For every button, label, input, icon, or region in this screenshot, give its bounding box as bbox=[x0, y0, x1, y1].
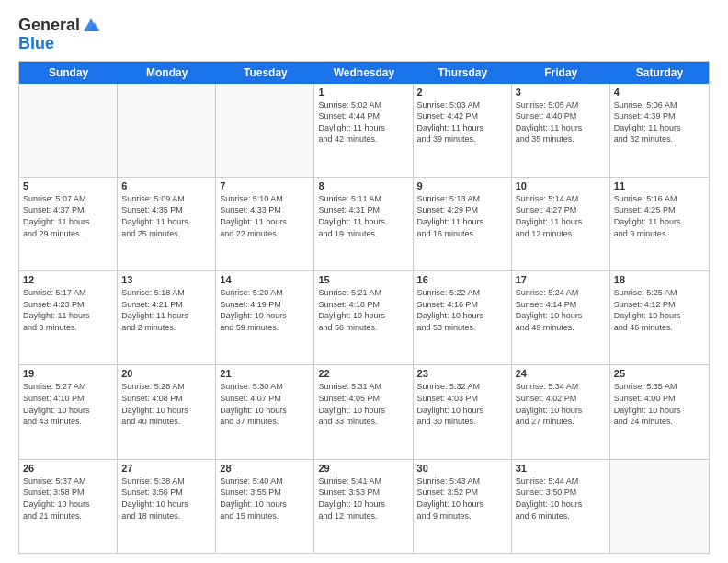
calendar-cell: 30Sunrise: 5:43 AM Sunset: 3:52 PM Dayli… bbox=[414, 460, 512, 553]
calendar-cell bbox=[118, 84, 216, 177]
day-number: 8 bbox=[318, 180, 408, 191]
calendar-row-3: 19Sunrise: 5:27 AM Sunset: 4:10 PM Dayli… bbox=[19, 364, 709, 458]
calendar-cell: 8Sunrise: 5:11 AM Sunset: 4:31 PM Daylig… bbox=[314, 178, 413, 270]
day-number: 10 bbox=[516, 180, 606, 191]
day-info: Sunrise: 5:05 AM Sunset: 4:40 PM Dayligh… bbox=[516, 99, 606, 145]
logo-icon bbox=[82, 17, 100, 33]
day-info: Sunrise: 5:31 AM Sunset: 4:05 PM Dayligh… bbox=[318, 381, 408, 427]
day-info: Sunrise: 5:28 AM Sunset: 4:08 PM Dayligh… bbox=[121, 381, 211, 427]
day-number: 21 bbox=[220, 368, 310, 379]
calendar-cell bbox=[216, 84, 314, 177]
day-info: Sunrise: 5:16 AM Sunset: 4:25 PM Dayligh… bbox=[614, 193, 705, 239]
calendar-cell: 4Sunrise: 5:06 AM Sunset: 4:39 PM Daylig… bbox=[610, 84, 709, 177]
day-number: 7 bbox=[220, 180, 310, 191]
header-day-monday: Monday bbox=[118, 62, 216, 84]
day-info: Sunrise: 5:35 AM Sunset: 4:00 PM Dayligh… bbox=[614, 381, 705, 427]
day-number: 9 bbox=[417, 180, 507, 191]
header-day-wednesday: Wednesday bbox=[314, 62, 413, 84]
day-info: Sunrise: 5:21 AM Sunset: 4:18 PM Dayligh… bbox=[318, 287, 408, 333]
day-info: Sunrise: 5:44 AM Sunset: 3:50 PM Dayligh… bbox=[516, 476, 606, 522]
header: General Blue bbox=[18, 17, 710, 53]
day-info: Sunrise: 5:18 AM Sunset: 4:21 PM Dayligh… bbox=[121, 287, 211, 333]
header-day-sunday: Sunday bbox=[19, 62, 118, 84]
page: General Blue SundayMondayTuesdayWednesda… bbox=[0, 0, 728, 563]
day-info: Sunrise: 5:13 AM Sunset: 4:29 PM Dayligh… bbox=[417, 193, 507, 239]
day-number: 25 bbox=[614, 368, 705, 379]
calendar-cell: 11Sunrise: 5:16 AM Sunset: 4:25 PM Dayli… bbox=[610, 178, 709, 270]
calendar-cell: 17Sunrise: 5:24 AM Sunset: 4:14 PM Dayli… bbox=[512, 271, 610, 364]
calendar-cell: 14Sunrise: 5:20 AM Sunset: 4:19 PM Dayli… bbox=[216, 271, 314, 364]
calendar-cell: 26Sunrise: 5:37 AM Sunset: 3:58 PM Dayli… bbox=[19, 460, 118, 553]
day-number: 27 bbox=[121, 463, 211, 474]
day-number: 15 bbox=[318, 274, 408, 285]
day-number: 6 bbox=[121, 180, 211, 191]
logo-text-general: General bbox=[18, 17, 80, 35]
calendar-cell: 9Sunrise: 5:13 AM Sunset: 4:29 PM Daylig… bbox=[414, 178, 512, 270]
calendar-cell bbox=[19, 84, 118, 177]
calendar-cell: 23Sunrise: 5:32 AM Sunset: 4:03 PM Dayli… bbox=[414, 365, 512, 458]
calendar-header: SundayMondayTuesdayWednesdayThursdayFrid… bbox=[19, 62, 709, 84]
day-info: Sunrise: 5:24 AM Sunset: 4:14 PM Dayligh… bbox=[516, 287, 606, 333]
day-info: Sunrise: 5:34 AM Sunset: 4:02 PM Dayligh… bbox=[516, 381, 606, 427]
day-number: 4 bbox=[614, 86, 705, 98]
calendar-cell: 7Sunrise: 5:10 AM Sunset: 4:33 PM Daylig… bbox=[216, 178, 314, 270]
logo: General Blue bbox=[18, 17, 100, 53]
calendar-cell: 10Sunrise: 5:14 AM Sunset: 4:27 PM Dayli… bbox=[512, 178, 610, 270]
header-day-friday: Friday bbox=[512, 62, 610, 84]
day-info: Sunrise: 5:22 AM Sunset: 4:16 PM Dayligh… bbox=[417, 287, 507, 333]
calendar-cell: 29Sunrise: 5:41 AM Sunset: 3:53 PM Dayli… bbox=[314, 460, 413, 553]
day-number: 2 bbox=[417, 86, 507, 98]
calendar-cell: 28Sunrise: 5:40 AM Sunset: 3:55 PM Dayli… bbox=[216, 460, 314, 553]
calendar-body: 1Sunrise: 5:02 AM Sunset: 4:44 PM Daylig… bbox=[19, 84, 709, 553]
calendar-cell: 18Sunrise: 5:25 AM Sunset: 4:12 PM Dayli… bbox=[610, 271, 709, 364]
day-info: Sunrise: 5:25 AM Sunset: 4:12 PM Dayligh… bbox=[614, 287, 705, 333]
calendar-cell: 22Sunrise: 5:31 AM Sunset: 4:05 PM Dayli… bbox=[314, 365, 413, 458]
day-number: 18 bbox=[614, 274, 705, 285]
day-info: Sunrise: 5:40 AM Sunset: 3:55 PM Dayligh… bbox=[220, 476, 310, 522]
day-number: 17 bbox=[516, 274, 606, 285]
day-number: 20 bbox=[121, 368, 211, 379]
calendar-cell: 27Sunrise: 5:38 AM Sunset: 3:56 PM Dayli… bbox=[118, 460, 216, 553]
calendar-cell: 31Sunrise: 5:44 AM Sunset: 3:50 PM Dayli… bbox=[512, 460, 610, 553]
day-number: 28 bbox=[220, 463, 310, 474]
day-info: Sunrise: 5:03 AM Sunset: 4:42 PM Dayligh… bbox=[417, 99, 507, 145]
day-number: 13 bbox=[121, 274, 211, 285]
calendar-cell: 12Sunrise: 5:17 AM Sunset: 4:23 PM Dayli… bbox=[19, 271, 118, 364]
day-info: Sunrise: 5:09 AM Sunset: 4:35 PM Dayligh… bbox=[121, 193, 211, 239]
day-number: 23 bbox=[417, 368, 507, 379]
calendar-cell: 19Sunrise: 5:27 AM Sunset: 4:10 PM Dayli… bbox=[19, 365, 118, 458]
day-number: 24 bbox=[516, 368, 606, 379]
calendar-row-0: 1Sunrise: 5:02 AM Sunset: 4:44 PM Daylig… bbox=[19, 84, 709, 177]
day-info: Sunrise: 5:06 AM Sunset: 4:39 PM Dayligh… bbox=[614, 99, 705, 145]
header-day-saturday: Saturday bbox=[610, 62, 709, 84]
day-info: Sunrise: 5:20 AM Sunset: 4:19 PM Dayligh… bbox=[220, 287, 310, 333]
day-info: Sunrise: 5:30 AM Sunset: 4:07 PM Dayligh… bbox=[220, 381, 310, 427]
day-number: 30 bbox=[417, 463, 507, 474]
calendar-row-2: 12Sunrise: 5:17 AM Sunset: 4:23 PM Dayli… bbox=[19, 270, 709, 364]
calendar-cell: 21Sunrise: 5:30 AM Sunset: 4:07 PM Dayli… bbox=[216, 365, 314, 458]
day-info: Sunrise: 5:10 AM Sunset: 4:33 PM Dayligh… bbox=[220, 193, 310, 239]
day-info: Sunrise: 5:41 AM Sunset: 3:53 PM Dayligh… bbox=[318, 476, 408, 522]
day-number: 11 bbox=[614, 180, 705, 191]
header-day-thursday: Thursday bbox=[414, 62, 512, 84]
day-info: Sunrise: 5:27 AM Sunset: 4:10 PM Dayligh… bbox=[23, 381, 113, 427]
calendar-row-4: 26Sunrise: 5:37 AM Sunset: 3:58 PM Dayli… bbox=[19, 459, 709, 553]
day-number: 3 bbox=[516, 86, 606, 98]
day-number: 5 bbox=[23, 180, 113, 191]
calendar-cell: 13Sunrise: 5:18 AM Sunset: 4:21 PM Dayli… bbox=[118, 271, 216, 364]
day-info: Sunrise: 5:37 AM Sunset: 3:58 PM Dayligh… bbox=[23, 476, 113, 522]
calendar-cell: 16Sunrise: 5:22 AM Sunset: 4:16 PM Dayli… bbox=[414, 271, 512, 364]
calendar-cell: 15Sunrise: 5:21 AM Sunset: 4:18 PM Dayli… bbox=[314, 271, 413, 364]
day-number: 14 bbox=[220, 274, 310, 285]
calendar: SundayMondayTuesdayWednesdayThursdayFrid… bbox=[18, 61, 710, 554]
calendar-cell: 2Sunrise: 5:03 AM Sunset: 4:42 PM Daylig… bbox=[414, 84, 512, 177]
calendar-cell: 24Sunrise: 5:34 AM Sunset: 4:02 PM Dayli… bbox=[512, 365, 610, 458]
day-number: 16 bbox=[417, 274, 507, 285]
calendar-cell: 1Sunrise: 5:02 AM Sunset: 4:44 PM Daylig… bbox=[314, 84, 413, 177]
day-info: Sunrise: 5:32 AM Sunset: 4:03 PM Dayligh… bbox=[417, 381, 507, 427]
calendar-cell: 3Sunrise: 5:05 AM Sunset: 4:40 PM Daylig… bbox=[512, 84, 610, 177]
day-number: 1 bbox=[318, 86, 408, 98]
day-number: 31 bbox=[516, 463, 606, 474]
calendar-row-1: 5Sunrise: 5:07 AM Sunset: 4:37 PM Daylig… bbox=[19, 177, 709, 270]
calendar-cell: 5Sunrise: 5:07 AM Sunset: 4:37 PM Daylig… bbox=[19, 178, 118, 270]
